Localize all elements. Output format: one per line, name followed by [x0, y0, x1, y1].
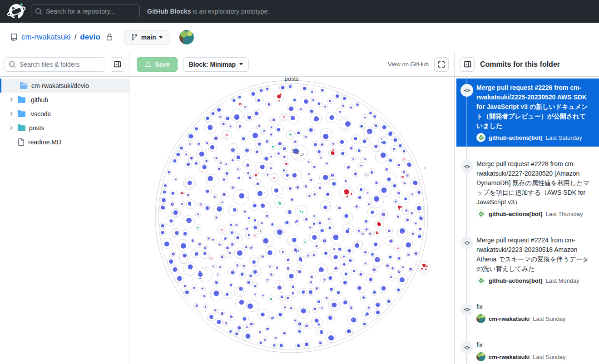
- minimap-root-label: posts: [284, 77, 299, 82]
- tree-item--vscode[interactable]: .vscode: [0, 107, 129, 121]
- panel-right-icon: [464, 60, 471, 68]
- commit-item[interactable]: Merge pull request #2224 from cm-rwakats…: [456, 231, 599, 290]
- commit-item[interactable]: fixcm-rwakatsukiLast Sunday: [456, 336, 599, 364]
- user-avatar: [476, 314, 485, 323]
- repo-icon: [10, 34, 18, 41]
- commit-author[interactable]: github-actions[bot]: [489, 277, 542, 284]
- chevron-right-icon[interactable]: [8, 125, 14, 131]
- breadcrumb-separator: /: [74, 33, 77, 42]
- git-commit-icon: [460, 236, 473, 249]
- repo-bar: cm-rwakatsuki / devio main: [0, 23, 599, 52]
- tree-item-label: .github: [29, 96, 48, 103]
- fullscreen-button[interactable]: [434, 57, 449, 72]
- content-area: cm-rwakatsuki/devio.github.vscodepostsre…: [0, 52, 599, 364]
- view-on-github-link[interactable]: View on GitHub: [388, 61, 429, 68]
- save-button[interactable]: Save: [137, 57, 178, 72]
- git-commit-icon: [460, 160, 473, 173]
- commit-author[interactable]: github-actions[bot]: [489, 134, 542, 141]
- block-picker-button[interactable]: Block: Minimap: [183, 57, 249, 72]
- commit-item[interactable]: Merge pull request #2228 from cm-rwakats…: [456, 155, 599, 223]
- search-icon: [35, 8, 42, 17]
- banner-text: is an exploratory prototype.: [191, 8, 269, 15]
- tree-item--github[interactable]: .github: [0, 93, 129, 107]
- tree-item-label: .vscode: [29, 110, 51, 118]
- file-tree: cm-rwakatsuki/devio.github.vscodepostsre…: [0, 77, 129, 149]
- commit-date: Last Thursday: [545, 211, 583, 217]
- chevron-down-icon: [239, 63, 243, 65]
- commits-panel-title: Commits for this folder: [480, 60, 560, 69]
- repository-search: [31, 5, 140, 18]
- canvas-toolbar: Save Block: Minimap View on GitHub: [129, 52, 454, 77]
- tree-item-label: readme.MD: [28, 138, 61, 146]
- commit-meta: cm-rwakatsukiLast Sunday: [476, 352, 592, 361]
- commit-meta: github-actions[bot]Last Saturday: [476, 133, 592, 142]
- commit-date: Last Sunday: [533, 315, 565, 322]
- bot-avatar: [476, 276, 485, 285]
- repo-owner-link[interactable]: cm-rwakatsuki: [21, 33, 71, 42]
- tree-item-label: posts: [29, 124, 44, 132]
- search-icon: [9, 61, 16, 70]
- commit-item[interactable]: fixcm-rwakatsukiLast Sunday: [456, 298, 599, 328]
- branch-name: main: [141, 34, 156, 41]
- commit-meta: cm-rwakatsukiLast Sunday: [476, 314, 592, 323]
- git-commit-icon: [460, 303, 473, 316]
- commit-message: Merge pull request #2226 from cm-rwakats…: [476, 83, 592, 131]
- commits-panel: Commits for this folder Merge pull reque…: [454, 52, 599, 364]
- branch-selector[interactable]: main: [124, 30, 170, 44]
- tree-item-label: cm-rwakatsuki/devio: [31, 82, 89, 89]
- block-canvas: Save Block: Minimap View on GitHub posts…: [129, 52, 454, 364]
- bot-avatar: [476, 209, 485, 218]
- commit-date: Last Monday: [545, 277, 579, 284]
- breadcrumb: cm-rwakatsuki / devio: [10, 33, 113, 42]
- commit-meta: github-actions[bot]Last Thursday: [476, 209, 592, 218]
- git-branch-icon: [131, 34, 138, 41]
- repo-name-link[interactable]: devio: [80, 33, 100, 42]
- commit-message: Merge pull request #2228 from cm-rwakats…: [476, 159, 592, 207]
- collapse-sidebar-button[interactable]: [110, 57, 124, 72]
- collapse-commits-panel-button[interactable]: [460, 57, 475, 72]
- banner-brand: GitHub Blocks: [147, 8, 191, 15]
- folder-icon: [18, 96, 25, 103]
- commit-meta: github-actions[bot]Last Monday: [476, 276, 592, 285]
- folder-icon: [18, 124, 25, 132]
- commit-author[interactable]: github-actions[bot]: [489, 211, 542, 217]
- commit-message: fix: [476, 302, 592, 312]
- chevron-down-icon: [159, 36, 163, 39]
- top-bar: GitHub Blocks is an exploratory prototyp…: [0, 0, 599, 23]
- prototype-banner: GitHub Blocks is an exploratory prototyp…: [147, 8, 269, 15]
- chevron-right-icon[interactable]: [8, 111, 14, 117]
- repository-search-input[interactable]: [31, 5, 140, 18]
- minimap-svg[interactable]: posts507: [129, 77, 453, 364]
- commit-author[interactable]: cm-rwakatsuki: [489, 315, 530, 322]
- commit-author[interactable]: cm-rwakatsuki: [489, 354, 530, 360]
- block-picker-label: Block: Minimap: [189, 61, 236, 68]
- git-commit-icon: [460, 84, 473, 97]
- user-avatar[interactable]: [179, 30, 194, 44]
- tree-item-readme-md[interactable]: readme.MD: [0, 135, 129, 149]
- commit-date: Last Sunday: [533, 354, 565, 360]
- commit-date: Last Saturday: [545, 134, 582, 141]
- tree-item-posts[interactable]: posts: [0, 121, 129, 135]
- tree-item-cm-rwakatsuki-devio[interactable]: cm-rwakatsuki/devio: [0, 79, 129, 93]
- file-search-input[interactable]: [5, 57, 105, 72]
- folder-icon: [18, 110, 25, 118]
- folder-icon: [20, 82, 28, 89]
- commit-message: fix: [476, 340, 592, 350]
- sidebar-search-row: [0, 52, 129, 77]
- commits-list: Merge pull request #2226 from cm-rwakats…: [455, 77, 599, 364]
- minimap-visualization[interactable]: posts507: [129, 77, 454, 364]
- upload-icon: [144, 61, 151, 68]
- save-label: Save: [155, 61, 170, 68]
- lock-icon: [106, 34, 113, 41]
- github-blocks-logo-icon[interactable]: [7, 2, 25, 20]
- commit-item[interactable]: Merge pull request #2226 from cm-rwakats…: [456, 79, 599, 147]
- fullscreen-icon: [438, 61, 445, 68]
- file-icon: [17, 138, 25, 146]
- file-sidebar: cm-rwakatsuki/devio.github.vscodepostsre…: [0, 52, 129, 364]
- bot-avatar: [476, 133, 485, 142]
- chevron-right-icon[interactable]: [8, 97, 14, 103]
- commits-panel-header: Commits for this folder: [455, 52, 599, 77]
- user-avatar: [476, 352, 485, 361]
- git-commit-icon: [460, 341, 473, 354]
- commit-message: Merge pull request #2224 from cm-rwakats…: [476, 236, 592, 274]
